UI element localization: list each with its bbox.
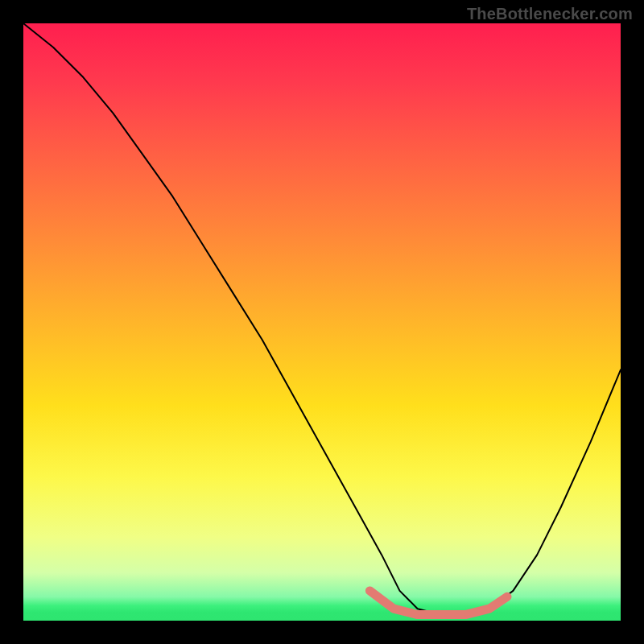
bottleneck-curve bbox=[23, 23, 621, 615]
plot-area bbox=[23, 23, 621, 621]
optimal-range-band bbox=[369, 591, 507, 615]
attribution-text: TheBottlenecker.com bbox=[467, 5, 633, 23]
chart-frame: TheBottlenecker.com bbox=[0, 0, 644, 644]
curve-svg bbox=[23, 23, 621, 621]
